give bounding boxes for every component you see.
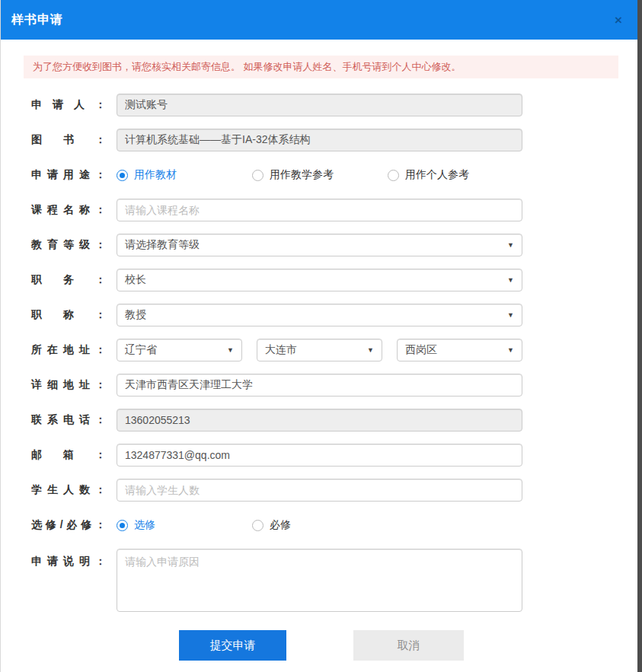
cancel-button[interactable]: 取消 — [353, 630, 464, 661]
province-select[interactable]: 辽宁省 ▼ — [117, 339, 242, 361]
elective-label: 选修/必修： — [31, 518, 106, 532]
province-value: 辽宁省 — [125, 343, 157, 357]
city-value: 大连市 — [265, 343, 297, 357]
education-level-label: 教育等级： — [31, 238, 106, 252]
field-row-region: 所在地址： 辽宁省 ▼ 大连市 ▼ 西岗区 ▼ — [31, 339, 642, 361]
city-select[interactable]: 大连市 ▼ — [257, 339, 382, 361]
purpose-radio-group: 用作教材 用作教学参考 用作个人参考 — [117, 168, 469, 182]
position-select[interactable]: 校长 ▼ — [117, 269, 522, 291]
student-count-label: 学生人数： — [31, 483, 106, 497]
chevron-down-icon: ▼ — [507, 276, 514, 284]
detail-address-label: 详细地址： — [31, 378, 106, 392]
radio-icon — [252, 170, 264, 181]
student-count-input[interactable] — [117, 479, 522, 502]
reason-label: 申请说明： — [31, 549, 106, 568]
education-level-value: 请选择教育等级 — [125, 238, 200, 252]
field-row-email: 邮箱： — [31, 444, 642, 467]
district-select[interactable]: 西岗区 ▼ — [397, 339, 522, 361]
request-form: 申请人： 图书： 申请用途： 用作教材 用作教学参考 用作个人参考 — [1, 78, 642, 612]
field-row-purpose: 申请用途： 用作教材 用作教学参考 用作个人参考 — [31, 164, 642, 186]
applicant-label: 申请人： — [31, 98, 106, 112]
elective-radio-group: 选修 必修 — [117, 518, 291, 532]
field-row-book: 图书： — [31, 129, 642, 151]
modal-header: 样书申请 × — [1, 0, 642, 40]
field-row-student-count: 学生人数： — [31, 479, 642, 502]
book-label: 图书： — [31, 133, 106, 147]
modal-title: 样书申请 — [11, 12, 63, 28]
radio-label: 用作教材 — [134, 168, 177, 182]
course-name-label: 课程名称： — [31, 203, 106, 217]
chevron-down-icon: ▼ — [507, 241, 514, 249]
submit-application-button[interactable]: 提交申请 — [179, 630, 286, 661]
region-label: 所在地址： — [31, 343, 106, 357]
field-row-course-name: 课程名称： — [31, 199, 642, 221]
email-label: 邮箱： — [31, 448, 106, 462]
job-title-value: 教授 — [125, 308, 146, 322]
radio-icon — [117, 520, 128, 531]
field-row-reason: 申请说明： — [31, 549, 642, 612]
close-icon[interactable]: × — [615, 14, 622, 27]
radio-icon — [117, 170, 128, 181]
radio-use-as-teaching-reference[interactable]: 用作教学参考 — [252, 168, 388, 182]
course-name-input[interactable] — [117, 199, 522, 221]
job-title-label: 职称： — [31, 308, 106, 322]
chevron-down-icon: ▼ — [227, 346, 234, 354]
field-row-elective: 选修/必修： 选修 必修 — [31, 514, 642, 537]
district-value: 西岗区 — [405, 343, 437, 357]
applicant-input — [117, 94, 522, 116]
field-row-applicant: 申请人： — [31, 94, 642, 116]
radio-label: 选修 — [134, 518, 155, 532]
job-title-select[interactable]: 教授 ▼ — [117, 304, 522, 326]
education-level-select[interactable]: 请选择教育等级 ▼ — [117, 234, 522, 256]
radio-label: 用作个人参考 — [405, 168, 469, 182]
field-row-education-level: 教育等级： 请选择教育等级 ▼ — [31, 234, 642, 256]
field-row-phone: 联系电话： — [31, 409, 642, 432]
reason-textarea[interactable] — [117, 549, 522, 612]
chevron-down-icon: ▼ — [367, 346, 374, 354]
field-row-job-title: 职称： 教授 ▼ — [31, 304, 642, 326]
radio-label: 用作教学参考 — [270, 168, 334, 182]
chevron-down-icon: ▼ — [507, 311, 514, 319]
field-row-detail-address: 详细地址： — [31, 374, 642, 397]
position-label: 职务： — [31, 273, 106, 287]
mailing-info-notice: 为了您方便收到图书，请您核实相关邮寄信息。 如果修改申请人姓名、手机号请到个人中… — [24, 56, 618, 78]
position-value: 校长 — [125, 273, 146, 287]
radio-label: 必修 — [270, 518, 291, 532]
radio-required[interactable]: 必修 — [252, 518, 291, 532]
radio-use-as-textbook[interactable]: 用作教材 — [117, 168, 252, 182]
sample-book-request-modal: 样书申请 × 为了您方便收到图书，请您核实相关邮寄信息。 如果修改申请人姓名、手… — [1, 0, 642, 661]
phone-input — [117, 409, 522, 432]
chevron-down-icon: ▼ — [507, 346, 514, 354]
radio-elective[interactable]: 选修 — [117, 518, 252, 532]
radio-icon — [252, 520, 264, 531]
radio-use-as-personal-reference[interactable]: 用作个人参考 — [388, 168, 469, 182]
book-input — [117, 129, 522, 151]
field-row-position: 职务： 校长 ▼ — [31, 269, 642, 291]
page-edge-scroll-area — [637, 0, 642, 672]
email-input[interactable] — [117, 444, 522, 467]
modal-footer: 提交申请 取消 — [1, 630, 642, 661]
detail-address-input[interactable] — [117, 374, 522, 397]
purpose-label: 申请用途： — [31, 168, 106, 182]
radio-icon — [388, 170, 399, 181]
phone-label: 联系电话： — [31, 413, 106, 427]
